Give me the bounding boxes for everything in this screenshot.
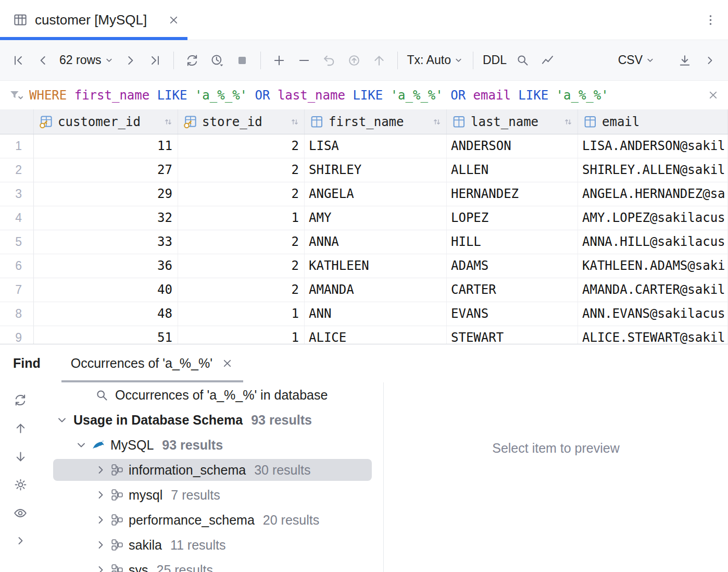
cell-customer_id[interactable]: 36 [34, 254, 178, 278]
expand-icon[interactable] [14, 534, 27, 547]
cell-customer_id[interactable]: 11 [34, 134, 178, 158]
cell-first_name[interactable]: ALICE [305, 326, 447, 344]
cell-store_id[interactable]: 2 [178, 254, 305, 278]
cell-last_name[interactable]: CARTER [447, 278, 578, 302]
transaction-mode-selector[interactable]: Tx: Auto [404, 48, 467, 72]
tab-close-icon[interactable] [167, 14, 180, 27]
query-history-button[interactable] [205, 48, 229, 72]
cell-email[interactable]: LISA.ANDERSON@sakil [578, 134, 728, 158]
cell-store_id[interactable]: 1 [178, 206, 305, 230]
cell-customer_id[interactable]: 48 [34, 302, 178, 326]
cell-last_name[interactable]: ANDERSON [447, 134, 578, 158]
push-button[interactable] [367, 48, 391, 72]
cell-email[interactable]: AMY.LOPEZ@sakilacus [578, 206, 728, 230]
chevron-down-icon[interactable] [55, 414, 69, 426]
next-occurrence-icon[interactable] [14, 450, 28, 464]
chevron-right-icon[interactable] [94, 514, 107, 526]
cell-last_name[interactable]: STEWART [447, 326, 578, 344]
sort-icon[interactable] [563, 117, 573, 127]
cell-first_name[interactable]: ANNA [305, 230, 447, 254]
cell-email[interactable]: ANN.EVANS@sakilacus [578, 302, 728, 326]
chevron-down-icon[interactable] [74, 439, 88, 451]
stop-button[interactable] [230, 48, 254, 72]
chevron-right-icon[interactable] [94, 539, 107, 551]
ddl-button[interactable]: DDL [480, 48, 510, 72]
last-page-button[interactable] [143, 48, 167, 72]
column-header-store_id[interactable]: store_id [178, 109, 305, 134]
row-number[interactable]: 2 [0, 158, 34, 182]
cell-first_name[interactable]: AMANDA [305, 278, 447, 302]
cell-email[interactable]: ANNA.HILL@sakilacus [578, 230, 728, 254]
cell-first_name[interactable]: SHIRLEY [305, 158, 447, 182]
cell-email[interactable]: ALICE.STEWART@sakil [578, 326, 728, 344]
column-header-first_name[interactable]: first_name [305, 109, 447, 134]
cell-last_name[interactable]: HILL [447, 230, 578, 254]
cell-first_name[interactable]: AMY [305, 206, 447, 230]
cell-last_name[interactable]: ADAMS [447, 254, 578, 278]
row-number[interactable]: 5 [0, 230, 34, 254]
chevron-right-icon[interactable] [94, 464, 107, 476]
tree-item-performance_schema[interactable]: performance_schema20 results [41, 507, 383, 532]
cell-customer_id[interactable]: 40 [34, 278, 178, 302]
row-number[interactable]: 3 [0, 182, 34, 206]
reload-data-button[interactable] [180, 48, 204, 72]
cell-store_id[interactable]: 2 [178, 182, 305, 206]
tree-item-usage-in-database-schema[interactable]: Usage in Database Schema93 results [41, 407, 383, 432]
column-header-email[interactable]: email [578, 109, 728, 134]
tree-item-sakila[interactable]: sakila11 results [41, 532, 383, 557]
row-number[interactable]: 9 [0, 326, 34, 344]
filter-close-icon[interactable] [707, 89, 720, 102]
cell-first_name[interactable]: ANN [305, 302, 447, 326]
rerun-search-icon[interactable] [13, 393, 28, 407]
column-header-customer_id[interactable]: customer_id [34, 109, 178, 134]
revert-changes-button[interactable] [317, 48, 341, 72]
cell-store_id[interactable]: 2 [178, 134, 305, 158]
chevron-right-icon[interactable] [94, 489, 107, 501]
row-number[interactable]: 1 [0, 134, 34, 158]
tab-customer-mysql[interactable]: customer [MySQL] [0, 0, 187, 40]
previous-occurrence-icon[interactable] [14, 421, 28, 436]
add-row-button[interactable] [267, 48, 291, 72]
chevron-right-icon[interactable] [94, 564, 107, 572]
filter-expression[interactable]: WHERE first_name LIKE 'a_%_%' OR last_na… [29, 88, 701, 103]
toolbar-more-button[interactable] [698, 48, 722, 72]
chart-button[interactable] [536, 48, 560, 72]
previous-page-button[interactable] [31, 48, 55, 72]
export-format-selector[interactable]: CSV [615, 48, 658, 72]
cell-email[interactable]: AMANDA.CARTER@sakil [578, 278, 728, 302]
row-number[interactable]: 4 [0, 206, 34, 230]
first-page-button[interactable] [6, 48, 30, 72]
grid-corner[interactable] [0, 109, 34, 134]
cell-customer_id[interactable]: 27 [34, 158, 178, 182]
find-in-grid-button[interactable] [511, 48, 535, 72]
cell-store_id[interactable]: 1 [178, 326, 305, 344]
cell-email[interactable]: KATHLEEN.ADAMS@saki [578, 254, 728, 278]
row-number[interactable]: 6 [0, 254, 34, 278]
sort-icon[interactable] [163, 117, 173, 127]
cell-customer_id[interactable]: 32 [34, 206, 178, 230]
row-number[interactable]: 8 [0, 302, 34, 326]
column-header-last_name[interactable]: last_name [447, 109, 578, 134]
close-icon[interactable] [221, 357, 234, 370]
cell-customer_id[interactable]: 51 [34, 326, 178, 344]
export-data-button[interactable] [673, 48, 697, 72]
tree-item-mysql[interactable]: mysql7 results [41, 482, 383, 507]
sort-icon[interactable] [432, 117, 442, 127]
tree-item-sys[interactable]: sys25 results [41, 557, 383, 572]
cell-email[interactable]: SHIRLEY.ALLEN@sakil [578, 158, 728, 182]
cell-first_name[interactable]: LISA [305, 134, 447, 158]
tab-occurrences[interactable]: Occurrences of 'a_%_%' [61, 344, 243, 382]
cell-store_id[interactable]: 2 [178, 230, 305, 254]
cell-last_name[interactable]: LOPEZ [447, 206, 578, 230]
cell-last_name[interactable]: EVANS [447, 302, 578, 326]
tree-item-mysql[interactable]: MySQL93 results [41, 432, 383, 457]
cell-store_id[interactable]: 2 [178, 158, 305, 182]
page-size-selector[interactable]: 62 rows [56, 48, 117, 72]
submit-button[interactable] [342, 48, 366, 72]
next-page-button[interactable] [118, 48, 142, 72]
cell-last_name[interactable]: HERNANDEZ [447, 182, 578, 206]
filter-icon[interactable] [8, 88, 24, 103]
tree-item-information_schema[interactable]: information_schema30 results [41, 457, 383, 482]
cell-email[interactable]: ANGELA.HERNANDEZ@sa [578, 182, 728, 206]
row-number[interactable]: 7 [0, 278, 34, 302]
